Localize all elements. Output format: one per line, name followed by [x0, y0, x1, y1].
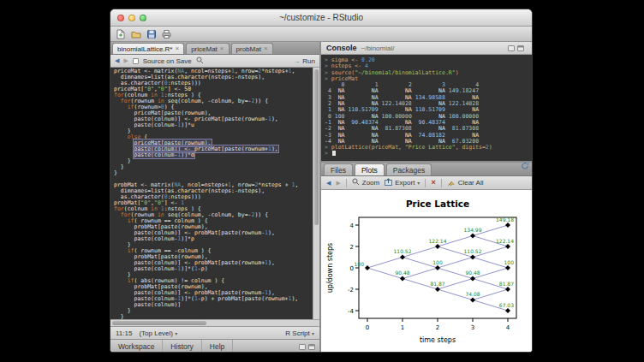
export-icon [385, 178, 392, 187]
clear-all-label: Clear All [458, 179, 484, 187]
console-tab[interactable]: Console [326, 44, 357, 52]
file-type-label: R Script [285, 329, 309, 337]
svg-text:149.18: 149.18 [496, 217, 514, 223]
source-on-save-checkbox[interactable] [133, 58, 139, 64]
tab-help[interactable]: Help [202, 340, 233, 353]
svg-text:-4: -4 [348, 308, 355, 315]
svg-text:122.14: 122.14 [429, 238, 447, 244]
svg-text:time steps: time steps [420, 336, 456, 344]
svg-text:0: 0 [366, 324, 369, 331]
toolbar-separator [346, 179, 347, 187]
tab-workspace[interactable]: Workspace [110, 340, 163, 353]
back-icon[interactable]: ◀ [115, 57, 119, 64]
plots-toolbar: ◀ ▶ Zoom Export ▾ × Clear All [321, 176, 533, 190]
svg-text:74.08: 74.08 [465, 291, 480, 297]
chevron-down-icon: ▾ [417, 180, 420, 186]
maximize-pane-icon[interactable] [308, 344, 315, 350]
svg-text:2: 2 [436, 324, 439, 331]
svg-text:4: 4 [350, 223, 355, 229]
source-tab-bar: binomialLattice.R* × priceMat × probMat … [110, 42, 319, 55]
svg-text:67.03: 67.03 [499, 302, 514, 308]
plots-tab-bar: Files Plots Packages [321, 163, 533, 176]
minimize-pane-icon[interactable] [299, 344, 306, 350]
source-on-save-label: Source on Save [143, 57, 192, 65]
svg-text:122.14: 122.14 [496, 238, 514, 244]
toolbar-separator [441, 179, 442, 187]
svg-text:4: 4 [506, 324, 510, 331]
new-file-icon[interactable] [116, 29, 125, 39]
search-icon[interactable] [196, 56, 204, 66]
source-pane: binomialLattice.R* × priceMat × probMat … [110, 42, 319, 353]
tab-plots[interactable]: Plots [355, 163, 385, 175]
chevron-down-icon: ▾ [175, 331, 177, 336]
window-titlebar[interactable]: ~/customize - RStudio [110, 9, 532, 27]
console-working-directory[interactable]: ~/binomial/ [361, 45, 395, 52]
svg-text:90.48: 90.48 [395, 270, 409, 276]
tab-probmat[interactable]: probMat × [231, 43, 273, 54]
run-button[interactable]: Run [302, 57, 315, 65]
rstudio-window: ~/customize - RStudio binomialLattice.R*… [110, 9, 533, 353]
svg-text:100: 100 [355, 261, 365, 267]
svg-text:110.52: 110.52 [464, 248, 482, 254]
close-icon[interactable]: × [220, 45, 224, 52]
tab-pricemat[interactable]: priceMat × [186, 43, 229, 54]
right-pane: Console ~/binomial/ > sigma <- 0.20> nst… [321, 42, 533, 353]
svg-text:-2: -2 [348, 287, 354, 294]
svg-text:3: 3 [471, 324, 474, 331]
open-file-icon[interactable] [131, 30, 141, 39]
svg-text:90.48: 90.48 [465, 270, 480, 276]
bottom-left-tab-bar: Workspace History Help [110, 339, 319, 353]
editor-vertical-scrollbar[interactable] [313, 68, 319, 319]
run-icon: → [293, 57, 300, 65]
zoom-icon [352, 178, 360, 187]
close-button[interactable] [117, 15, 124, 21]
tab-source-file[interactable]: binomialLattice.R* × [112, 43, 184, 54]
svg-text:Price Lattice: Price Lattice [406, 199, 469, 209]
chevron-down-icon: ▾ [312, 331, 314, 336]
forward-icon[interactable]: ▶ [123, 57, 128, 64]
export-button[interactable]: Export ▾ [385, 178, 420, 187]
svg-text:2: 2 [350, 244, 354, 251]
cursor-position: 11:15 [116, 329, 132, 337]
zoom-button[interactable]: Zoom [352, 178, 379, 187]
print-icon[interactable] [162, 30, 171, 39]
tab-packages[interactable]: Packages [386, 163, 432, 175]
close-icon[interactable]: × [264, 45, 268, 52]
desktop: ~/customize - RStudio binomialLattice.R*… [0, 0, 644, 362]
svg-text:110.52: 110.52 [394, 248, 412, 254]
svg-text:100: 100 [432, 259, 443, 265]
broom-icon [447, 178, 456, 188]
clear-all-button[interactable]: Clear All [447, 178, 484, 188]
editor-horizontal-scrollbar[interactable] [110, 319, 319, 326]
minimize-button[interactable] [128, 15, 135, 21]
close-icon[interactable]: × [175, 45, 179, 52]
source-toolbar: ◀ ▶ Source on Save → Run [110, 55, 319, 68]
previous-plot-icon[interactable]: ◀ [326, 180, 331, 187]
tab-history[interactable]: History [163, 340, 201, 353]
tab-files[interactable]: Files [324, 163, 353, 175]
svg-text:81.87: 81.87 [430, 281, 444, 287]
refresh-icon[interactable] [521, 158, 533, 175]
scope-selector[interactable]: (Top Level) ▾ [139, 329, 177, 337]
console-header: Console ~/binomial/ [321, 42, 533, 55]
tab-label: probMat [236, 44, 261, 55]
editor-status-bar: 11:15 (Top Level) ▾ R Script ▾ [110, 326, 319, 339]
save-icon[interactable] [147, 30, 156, 39]
scrollbar-thumb[interactable] [314, 69, 319, 225]
next-plot-icon[interactable]: ▶ [336, 180, 340, 187]
scope-label: (Top Level) [139, 329, 173, 337]
svg-text:100: 100 [504, 259, 515, 265]
console-output[interactable]: > sigma <- 0.20> nsteps <- 4> source("~/… [321, 55, 533, 161]
minimize-pane-icon[interactable] [508, 45, 515, 51]
svg-text:0: 0 [350, 265, 354, 272]
scrollbar-thumb[interactable] [112, 321, 206, 325]
maximize-pane-icon[interactable] [517, 45, 524, 51]
tab-label: priceMat [191, 44, 218, 55]
zoom-button[interactable] [140, 15, 146, 21]
file-type-selector[interactable]: R Script ▾ [285, 329, 314, 337]
zoom-label: Zoom [362, 179, 379, 187]
svg-text:81.87: 81.87 [499, 281, 514, 287]
remove-plot-icon[interactable]: × [431, 179, 435, 187]
svg-text:up/down steps: up/down steps [326, 243, 334, 293]
code-editor[interactable]: priceMat <- matrix(NA, ncol=nsteps+1, nr… [110, 68, 319, 319]
